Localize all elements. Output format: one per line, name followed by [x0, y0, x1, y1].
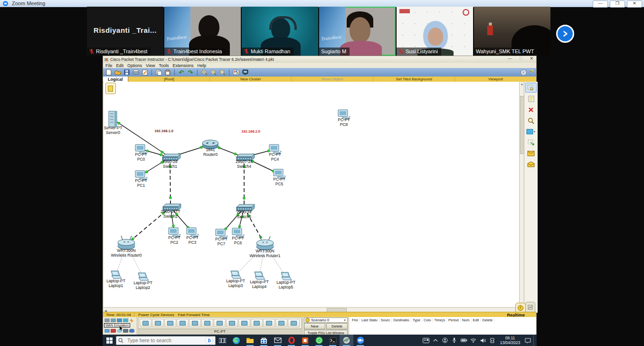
- hubs-icon[interactable]: [117, 318, 122, 322]
- account-icon[interactable]: [441, 336, 449, 345]
- add-complex-pdu-icon[interactable]: [525, 159, 537, 169]
- realtime-mode-tab[interactable]: [515, 303, 526, 313]
- volume-icon[interactable]: [479, 336, 487, 345]
- device-pc4[interactable]: PC-PTPC4: [269, 144, 281, 162]
- set-tiled-background-button[interactable]: Set Tiled Background: [373, 77, 455, 82]
- custom-devices-icon[interactable]: [123, 329, 128, 333]
- open-file-icon[interactable]: [114, 69, 122, 76]
- show-desktop-button[interactable]: [533, 335, 536, 346]
- device-pc7[interactable]: PC-PTPC7: [215, 229, 227, 246]
- zoom-icon[interactable]: [353, 335, 367, 346]
- pt-minimize-icon[interactable]: —: [508, 56, 512, 61]
- file-explorer-icon[interactable]: [243, 335, 257, 346]
- video-tile-wahyuni[interactable]: Wahyuni_SMK TEL PWT: [474, 7, 550, 56]
- menu-options[interactable]: Options: [127, 63, 142, 68]
- resize-shape-icon[interactable]: [525, 137, 537, 147]
- paste-icon[interactable]: [164, 69, 171, 76]
- device-type-icon[interactable]: [238, 319, 250, 327]
- device-laptop3[interactable]: Laptop-PTLaptop3: [226, 271, 245, 288]
- device-pc2[interactable]: PC-PTPC2: [168, 228, 180, 245]
- next-participants-chevron-icon[interactable]: [556, 25, 574, 43]
- menu-extensions[interactable]: Extensions: [172, 63, 193, 68]
- zoom-reset-icon[interactable]: [209, 69, 217, 76]
- routers-icon[interactable]: [104, 318, 110, 322]
- device-switch2[interactable]: 2960-24TTSwitch2: [161, 204, 181, 219]
- device-type-icon[interactable]: [164, 319, 176, 327]
- device-type-icon[interactable]: [201, 319, 213, 327]
- switches-icon[interactable]: [111, 318, 116, 322]
- task-view-icon[interactable]: [216, 335, 229, 346]
- end-devices-icon[interactable]: [104, 329, 110, 333]
- menu-view[interactable]: View: [146, 63, 155, 68]
- place-note-icon[interactable]: [525, 94, 537, 104]
- minimize-icon[interactable]: —: [593, 0, 608, 8]
- device-type-icon[interactable]: [263, 319, 275, 327]
- pt-close-icon[interactable]: ✕: [530, 56, 533, 61]
- device-type-icon[interactable]: [177, 319, 189, 327]
- device-pc8[interactable]: PC-PTPC8: [338, 110, 350, 127]
- help-icon[interactable]: ?: [530, 69, 533, 76]
- device-type-icon[interactable]: [152, 319, 164, 327]
- notifications-icon[interactable]: [524, 336, 532, 345]
- device-laptop2[interactable]: Laptop-PTLaptop2: [133, 273, 152, 290]
- device-laptop5[interactable]: Laptop-PTLaptop5: [276, 272, 295, 289]
- device-pc3[interactable]: PC-PTPC3: [186, 228, 199, 245]
- connections-icon[interactable]: [129, 318, 134, 322]
- cluster-back-icon[interactable]: [105, 83, 116, 94]
- wifi-icon[interactable]: [469, 336, 477, 345]
- device-wireless-router1[interactable]: WRT300NWireless Router1: [249, 236, 280, 258]
- pt-maximize-icon[interactable]: □: [520, 56, 522, 61]
- video-tile-mukti[interactable]: Mukti Ramadhan: [242, 7, 318, 56]
- device-type-icon[interactable]: [288, 319, 300, 327]
- wireless-devices-icon[interactable]: [123, 318, 128, 322]
- packet-tracer-icon[interactable]: [340, 335, 353, 346]
- menu-tools[interactable]: Tools: [159, 63, 169, 68]
- copy-icon[interactable]: [155, 69, 162, 76]
- menu-help[interactable]: Help: [197, 63, 206, 68]
- close-icon[interactable]: ✕: [627, 0, 642, 8]
- print-icon[interactable]: [132, 69, 140, 76]
- mail-icon[interactable]: [271, 335, 284, 346]
- info-icon[interactable]: i: [521, 69, 527, 76]
- menu-edit[interactable]: Edit: [116, 63, 124, 68]
- security-icon[interactable]: [111, 329, 116, 333]
- device-type-icon[interactable]: [140, 319, 152, 327]
- whatsapp-icon[interactable]: [312, 335, 326, 346]
- inspect-icon[interactable]: [525, 115, 537, 125]
- multiuser-icon[interactable]: [129, 329, 134, 333]
- opera-icon[interactable]: [284, 335, 298, 346]
- device-type-icon[interactable]: [226, 319, 238, 327]
- scenario-dropdown[interactable]: Scenario 0 ▼: [304, 317, 348, 323]
- video-tile-sugiarto[interactable]: Train4best Sugiarto M: [319, 7, 396, 56]
- pt-logical-canvas[interactable]: Server-PTServer0PC-PTPC0PC-PTPC12950-24S…: [104, 82, 519, 307]
- zoom-out-icon[interactable]: [218, 69, 226, 76]
- battery-icon[interactable]: [460, 336, 468, 345]
- video-tile-susi[interactable]: Susi Listyarini: [397, 7, 473, 56]
- redo-icon[interactable]: ↷: [187, 69, 194, 76]
- device-laptop1[interactable]: Laptop-PTLaptop1: [106, 271, 125, 288]
- simulation-mode-tab[interactable]: [525, 302, 535, 313]
- zoom-in-icon[interactable]: [200, 69, 208, 76]
- video-tile-risdiyanti[interactable]: Risdiyanti _Trai... Risdiyanti _Train4be…: [87, 7, 163, 56]
- tab-logical[interactable]: Logical: [103, 77, 128, 82]
- device-switch5[interactable]: 2950-24Switch5: [237, 204, 255, 219]
- new-scenario-button[interactable]: New: [304, 323, 325, 329]
- device-wireless-router0[interactable]: WRT300NWireless Router0: [111, 236, 142, 258]
- bing-icon[interactable]: b: [205, 336, 213, 345]
- delete-icon[interactable]: [525, 105, 537, 115]
- terminal-icon[interactable]: [326, 335, 340, 346]
- power-cycle-devices-button[interactable]: Power Cycle Devices: [134, 313, 178, 317]
- taskbar-clock[interactable]: 08.11 13/04/2023: [498, 336, 522, 345]
- fast-forward-time-button[interactable]: Fast Forward Time: [178, 313, 210, 317]
- device-type-icon[interactable]: [251, 319, 263, 327]
- device-type-icon[interactable]: [214, 319, 226, 327]
- root-button[interactable]: [Root]: [128, 77, 210, 82]
- restore-icon[interactable]: ❐: [610, 0, 625, 8]
- draw-shape-icon[interactable]: [525, 126, 537, 136]
- microphone-icon[interactable]: [450, 336, 458, 345]
- select-tool-icon[interactable]: [525, 83, 537, 93]
- search-field[interactable]: [126, 337, 195, 344]
- delete-scenario-button[interactable]: Delete: [326, 323, 348, 329]
- device-switch1[interactable]: 2950-24Switch1: [162, 154, 180, 169]
- device-type-icon[interactable]: [189, 319, 201, 327]
